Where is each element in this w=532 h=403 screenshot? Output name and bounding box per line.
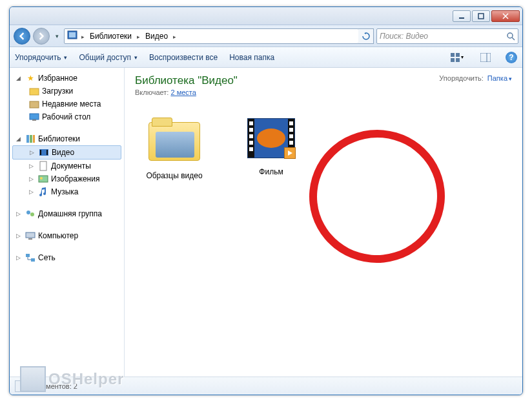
- sidebar: ◢★Избранное Загрузки Недавние места Рабо…: [10, 68, 125, 377]
- svg-rect-1: [478, 14, 484, 19]
- svg-rect-17: [30, 135, 32, 143]
- music-icon: [38, 187, 48, 197]
- library-icon: [67, 30, 77, 42]
- network-icon: [25, 253, 36, 263]
- breadcrumb-sep-icon: [136, 32, 141, 41]
- svg-rect-10: [480, 53, 491, 62]
- svg-rect-8: [451, 58, 455, 62]
- nav-history-dropdown[interactable]: ▾: [52, 33, 61, 39]
- item-label: Образцы видео: [146, 171, 202, 180]
- sidebar-item-label: Домашняя группа: [38, 209, 102, 218]
- pictures-icon: [38, 174, 48, 184]
- sidebar-homegroup[interactable]: ▷Домашняя группа: [10, 207, 124, 220]
- help-button[interactable]: ?: [506, 52, 517, 63]
- nav-forward-button[interactable]: [33, 28, 50, 45]
- svg-rect-3: [69, 32, 76, 37]
- svg-rect-13: [30, 101, 39, 108]
- svg-rect-30: [31, 258, 35, 262]
- svg-rect-9: [456, 58, 460, 62]
- documents-icon: [38, 161, 48, 171]
- preview-pane-button[interactable]: [477, 50, 494, 65]
- svg-rect-29: [26, 254, 30, 257]
- sidebar-item-label: Недавние места: [42, 99, 101, 108]
- address-row: ▾ Библиотеки Видео Поиск: Видео: [10, 25, 522, 47]
- sidebar-item-recent[interactable]: Недавние места: [10, 98, 124, 110]
- sidebar-item-label: Избранное: [38, 74, 77, 83]
- item-folder-samples[interactable]: Образцы видео: [139, 116, 210, 180]
- svg-rect-22: [40, 161, 46, 170]
- status-icon: [15, 380, 28, 392]
- search-input[interactable]: Поиск: Видео: [376, 28, 518, 44]
- maximize-button[interactable]: [472, 10, 490, 22]
- homegroup-icon: [25, 209, 36, 219]
- desktop-icon: [29, 112, 39, 122]
- sidebar-libraries[interactable]: ◢Библиотеки: [10, 132, 124, 145]
- explorer-window: ▾ Библиотеки Видео Поиск: Видео Упорядоч…: [9, 6, 523, 395]
- locations-link[interactable]: 2 места: [170, 88, 196, 96]
- svg-point-25: [26, 211, 30, 214]
- play-overlay-icon: [284, 147, 296, 159]
- svg-line-5: [512, 37, 515, 40]
- svg-rect-28: [28, 238, 32, 240]
- svg-rect-12: [30, 88, 39, 95]
- titlebar: [10, 7, 522, 25]
- sidebar-item-label: Музыка: [51, 187, 78, 196]
- sort-row: Упорядочить: Папка: [439, 74, 512, 82]
- body: ◢★Избранное Загрузки Недавние места Рабо…: [10, 68, 522, 377]
- view-icon: [451, 53, 461, 62]
- sidebar-computer[interactable]: ▷Компьютер: [10, 229, 124, 242]
- item-video-film[interactable]: Фильм: [236, 116, 307, 180]
- sidebar-network[interactable]: ▷Сеть: [10, 251, 124, 264]
- breadcrumb-libraries[interactable]: Библиотеки: [88, 30, 133, 42]
- libraries-icon: [25, 134, 36, 144]
- share-button[interactable]: Общий доступ: [79, 53, 138, 62]
- nav-back-button[interactable]: [14, 28, 30, 45]
- svg-rect-21: [46, 150, 48, 155]
- sidebar-item-label: Документы: [51, 161, 91, 170]
- breadcrumb-sep-icon: [172, 32, 178, 41]
- library-subtitle: Включает: 2 места: [135, 88, 512, 96]
- sidebar-item-music[interactable]: ▷Музыка: [10, 185, 124, 198]
- video-thumb-icon: [247, 118, 295, 158]
- minimize-button[interactable]: [453, 10, 471, 22]
- sidebar-item-desktop[interactable]: Рабочий стол: [10, 110, 124, 123]
- address-bar[interactable]: Библиотеки Видео: [64, 28, 359, 44]
- breadcrumb-sep-icon: [80, 32, 86, 41]
- item-label: Фильм: [259, 167, 283, 176]
- pane-icon: [480, 53, 491, 62]
- search-icon: [506, 32, 515, 43]
- sidebar-favorites[interactable]: ◢★Избранное: [10, 72, 124, 85]
- sidebar-item-video[interactable]: ▷Видео: [12, 145, 121, 160]
- new-folder-button[interactable]: Новая папка: [229, 53, 274, 62]
- sort-label: Упорядочить:: [439, 74, 484, 82]
- svg-point-4: [507, 33, 513, 38]
- sidebar-item-label: Компьютер: [38, 231, 78, 240]
- video-icon: [39, 147, 49, 158]
- sidebar-item-label: Библиотеки: [38, 134, 80, 143]
- close-button[interactable]: [491, 10, 520, 22]
- svg-point-24: [40, 177, 43, 180]
- sidebar-item-downloads[interactable]: Загрузки: [10, 85, 124, 98]
- subtitle-prefix: Включает:: [135, 88, 169, 96]
- svg-rect-14: [30, 114, 39, 119]
- sidebar-item-label: Изображения: [51, 174, 99, 183]
- play-all-button[interactable]: Воспроизвести все: [149, 53, 218, 62]
- refresh-icon: [362, 32, 370, 40]
- recent-icon: [29, 99, 39, 109]
- sidebar-item-pictures[interactable]: ▷Изображения: [10, 172, 124, 185]
- chevron-down-icon: ▾: [56, 33, 59, 39]
- folder-icon: [148, 122, 200, 161]
- search-placeholder: Поиск: Видео: [380, 32, 428, 41]
- sort-dropdown[interactable]: Папка: [487, 74, 512, 82]
- svg-rect-6: [451, 53, 455, 57]
- svg-rect-27: [26, 232, 35, 238]
- view-mode-button[interactable]: ▾: [449, 50, 466, 65]
- breadcrumb-video[interactable]: Видео: [144, 30, 169, 42]
- content-pane: Библиотека "Видео" Включает: 2 места Упо…: [125, 68, 522, 377]
- sidebar-item-documents[interactable]: ▷Документы: [10, 160, 124, 172]
- svg-rect-20: [40, 150, 41, 155]
- refresh-button[interactable]: [358, 28, 374, 44]
- svg-rect-15: [32, 119, 36, 121]
- organize-button[interactable]: Упорядочить: [15, 53, 67, 62]
- sidebar-item-label: Рабочий стол: [42, 112, 90, 121]
